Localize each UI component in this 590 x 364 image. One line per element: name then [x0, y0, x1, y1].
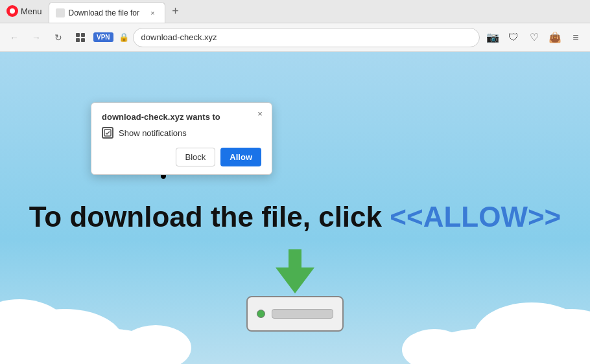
svg-point-13: [519, 309, 590, 364]
active-tab[interactable]: Download the file for ×: [49, 2, 165, 23]
shield-icon[interactable]: 🛡: [504, 28, 523, 47]
block-button[interactable]: Block: [176, 148, 216, 166]
svg-point-8: [0, 299, 71, 364]
main-text-prefix: To download the file, click: [29, 201, 390, 233]
permission-label: Show notifications: [119, 128, 187, 138]
popup-permission-row: Show notifications: [102, 127, 261, 139]
hdd-illustration: [246, 296, 344, 332]
arrow-stem: [289, 249, 301, 267]
toolbar-icons: 📷 🛡 ♡ 👜 ≡: [484, 28, 585, 47]
tab-label: Download the file for: [69, 8, 144, 17]
lock-icon: 🔒: [119, 32, 129, 42]
browser-window: Menu Download the file for × + ← → ↻ VPN…: [0, 0, 590, 364]
download-arrow: [276, 249, 314, 293]
svg-rect-2: [76, 38, 80, 42]
svg-point-14: [538, 325, 590, 364]
menu-button[interactable]: Menu: [0, 0, 49, 23]
heart-icon[interactable]: ♡: [525, 28, 543, 47]
main-text-highlight: <<ALLOW>>: [390, 201, 561, 233]
camera-icon[interactable]: 📷: [484, 28, 502, 47]
arrow-head: [276, 267, 314, 293]
tab-close-button[interactable]: ×: [148, 8, 158, 18]
url-text: download-check.xyz: [141, 32, 217, 42]
svg-point-7: [0, 312, 65, 364]
svg-point-10: [39, 328, 169, 364]
tabs-grid-button[interactable]: [71, 28, 89, 47]
menu-label: Menu: [21, 6, 42, 16]
notification-permission-icon: [102, 127, 113, 139]
svg-point-15: [84, 338, 175, 364]
svg-point-9: [6, 309, 123, 364]
svg-point-18: [402, 329, 467, 364]
url-bar[interactable]: download-check.xyz: [133, 28, 480, 47]
wallet-icon[interactable]: 👜: [546, 28, 564, 47]
vpn-badge[interactable]: VPN: [93, 32, 113, 42]
download-visual: [246, 249, 344, 332]
svg-rect-3: [81, 38, 85, 42]
main-text-container: To download the file, click <<ALLOW>>: [0, 201, 590, 233]
svg-point-11: [421, 328, 551, 364]
popup-title: download-check.xyz wants to: [102, 112, 261, 122]
popup-close-button[interactable]: ×: [254, 107, 266, 120]
tab-favicon-icon: [56, 8, 65, 17]
forward-button[interactable]: →: [27, 28, 45, 47]
svg-point-16: [120, 325, 191, 364]
tab-bar: Menu Download the file for × +: [0, 0, 590, 23]
svg-rect-1: [81, 33, 85, 37]
popup-buttons: Block Allow: [102, 148, 261, 166]
opera-logo-icon: [6, 5, 18, 17]
page-content: MYANTISPYWARE.COM × download-check.xyz w…: [0, 52, 590, 364]
allow-button[interactable]: Allow: [220, 148, 261, 166]
back-button[interactable]: ←: [5, 28, 23, 47]
notification-popup: × download-check.xyz wants to Show notif…: [91, 102, 272, 175]
menu-dots-icon[interactable]: ≡: [567, 28, 585, 47]
reload-button[interactable]: ↻: [49, 28, 67, 47]
svg-rect-0: [76, 33, 80, 37]
hdd-led: [257, 310, 265, 318]
new-tab-button[interactable]: +: [165, 0, 186, 23]
hdd-slot: [272, 309, 333, 319]
svg-point-17: [415, 339, 493, 364]
address-bar: ← → ↻ VPN 🔒 download-check.xyz 📷 🛡 ♡ 👜 ≡: [0, 23, 590, 52]
svg-point-12: [473, 302, 590, 364]
